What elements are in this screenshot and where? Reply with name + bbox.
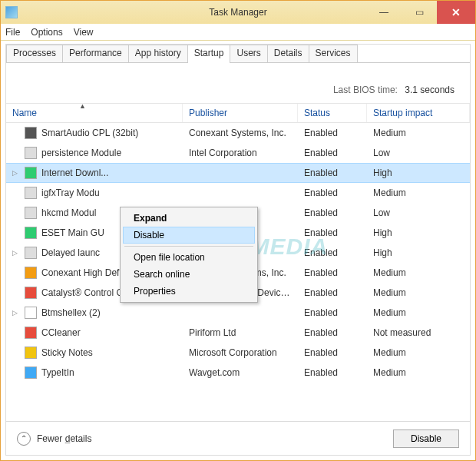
row-name: igfxTray Modu — [41, 187, 100, 198]
row-status: Enabled — [298, 267, 367, 278]
window-controls: — ▭ ✕ — [366, 1, 475, 24]
tab-strip: ProcessesPerformanceApp historyStartupUs… — [6, 45, 470, 63]
tab-performance[interactable]: Performance — [62, 45, 129, 63]
expand-icon[interactable]: ▷ — [12, 169, 20, 177]
maximize-button[interactable]: ▭ — [402, 1, 437, 24]
app-icon — [25, 247, 37, 259]
tab-app-history[interactable]: App history — [128, 45, 188, 63]
row-impact: Medium — [367, 347, 470, 358]
app-icon — [25, 307, 37, 319]
row-publisher: Microsoft Corporation — [183, 347, 298, 358]
fewer-details-label: Fewer details — [37, 433, 91, 444]
bios-label: Last BIOS time: — [333, 85, 398, 95]
table-row[interactable]: ▷Btmshellex (2)EnabledMedium — [6, 303, 470, 323]
row-impact: Not measured — [367, 327, 470, 338]
row-name: Internet Downl... — [41, 167, 108, 178]
row-status: Enabled — [298, 247, 367, 258]
row-impact: Medium — [367, 128, 470, 138]
app-icon — [25, 187, 37, 199]
col-impact[interactable]: Startup impact — [367, 104, 470, 122]
col-status[interactable]: Status — [298, 104, 367, 122]
col-name[interactable]: Name ▲ — [6, 104, 183, 122]
bios-time: Last BIOS time: 3.1 seconds — [6, 63, 470, 103]
table-row[interactable]: CCleanerPiriform LtdEnabledNot measured — [6, 323, 470, 343]
row-name: SmartAudio CPL (32bit) — [41, 128, 138, 138]
chevron-up-icon: ⌃ — [17, 432, 31, 446]
tab-services[interactable]: Services — [309, 45, 358, 63]
app-icon — [25, 167, 37, 179]
minimize-button[interactable]: — — [366, 1, 402, 24]
row-status: Enabled — [298, 227, 367, 238]
menu-item-properties[interactable]: Properties — [123, 283, 255, 300]
table-row[interactable]: TypeItInWavget.comEnabledMedium — [6, 363, 470, 383]
row-name: Btmshellex (2) — [41, 307, 101, 318]
disable-button[interactable]: Disable — [393, 429, 459, 448]
table-row[interactable]: SmartAudio CPL (32bit)Conexant Systems, … — [6, 123, 470, 143]
bios-value: 3.1 seconds — [405, 85, 455, 95]
app-icon — [5, 6, 18, 18]
sort-indicator-icon: ▲ — [79, 103, 86, 110]
row-status: Enabled — [298, 128, 367, 138]
menu-item-search-online[interactable]: Search online — [123, 266, 255, 283]
row-status: Enabled — [298, 167, 367, 178]
row-impact: Medium — [367, 267, 470, 278]
app-icon — [25, 327, 37, 339]
menu-separator — [124, 246, 253, 247]
expand-icon[interactable]: ▷ — [12, 309, 20, 317]
menu-view[interactable]: View — [74, 27, 94, 38]
table-row[interactable]: Sticky NotesMicrosoft CorporationEnabled… — [6, 343, 470, 363]
app-icon — [25, 227, 37, 239]
title-bar: Task Manager — ▭ ✕ — [1, 1, 475, 24]
table-row[interactable]: ▷Internet Downl...EnabledHigh — [6, 163, 470, 183]
row-impact: Medium — [367, 187, 470, 198]
app-icon — [25, 366, 37, 379]
close-button[interactable]: ✕ — [437, 1, 475, 24]
row-name: persistence Module — [41, 148, 121, 158]
row-status: Enabled — [298, 287, 367, 298]
row-status: Enabled — [298, 367, 367, 378]
menu-file[interactable]: File — [5, 27, 20, 38]
expand-icon[interactable]: ▷ — [12, 249, 20, 257]
row-status: Enabled — [298, 148, 367, 158]
menu-item-open-file-location[interactable]: Open file location — [123, 249, 255, 266]
tab-details[interactable]: Details — [267, 45, 309, 63]
row-status: Enabled — [298, 327, 367, 338]
row-status: Enabled — [298, 207, 367, 218]
menu-item-disable[interactable]: Disable — [123, 227, 255, 244]
row-name: CCleaner — [41, 327, 81, 338]
tab-users[interactable]: Users — [230, 45, 267, 63]
row-status: Enabled — [298, 187, 367, 198]
menu-item-expand[interactable]: Expand — [123, 210, 255, 227]
row-impact: Medium — [367, 287, 470, 298]
table-row[interactable]: igfxTray ModuEnabledMedium — [6, 183, 470, 203]
row-publisher: Conexant Systems, Inc. — [183, 128, 298, 138]
app-icon — [25, 127, 37, 139]
row-name: Sticky Notes — [41, 347, 93, 358]
row-impact: Low — [367, 207, 470, 218]
row-impact: High — [367, 227, 470, 238]
row-publisher: Piriform Ltd — [183, 327, 298, 338]
grid-header: Name ▲ Publisher Status Startup impact — [6, 103, 470, 123]
app-icon — [25, 267, 37, 279]
menu-options[interactable]: Options — [31, 27, 62, 38]
tab-processes[interactable]: Processes — [6, 45, 63, 63]
row-name: hkcmd Modul — [41, 207, 96, 218]
row-impact: High — [367, 167, 470, 178]
context-menu: ExpandDisableOpen file locationSearch on… — [120, 207, 258, 303]
app-icon — [25, 207, 37, 219]
row-impact: Medium — [367, 307, 470, 318]
row-name: ESET Main GU — [41, 227, 104, 238]
row-impact: Medium — [367, 367, 470, 378]
footer: ⌃ Fewer details Disable — [6, 421, 470, 455]
app-icon — [25, 347, 37, 359]
tab-startup[interactable]: Startup — [187, 45, 231, 63]
row-impact: Low — [367, 148, 470, 158]
row-impact: High — [367, 247, 470, 258]
row-status: Enabled — [298, 307, 367, 318]
table-row[interactable]: persistence ModuleIntel CorporationEnabl… — [6, 143, 470, 163]
fewer-details-toggle[interactable]: ⌃ Fewer details — [17, 432, 91, 446]
col-publisher[interactable]: Publisher — [183, 104, 298, 122]
menu-bar: File Options View — [1, 24, 475, 41]
app-icon — [25, 147, 37, 159]
row-publisher: Wavget.com — [183, 367, 298, 378]
